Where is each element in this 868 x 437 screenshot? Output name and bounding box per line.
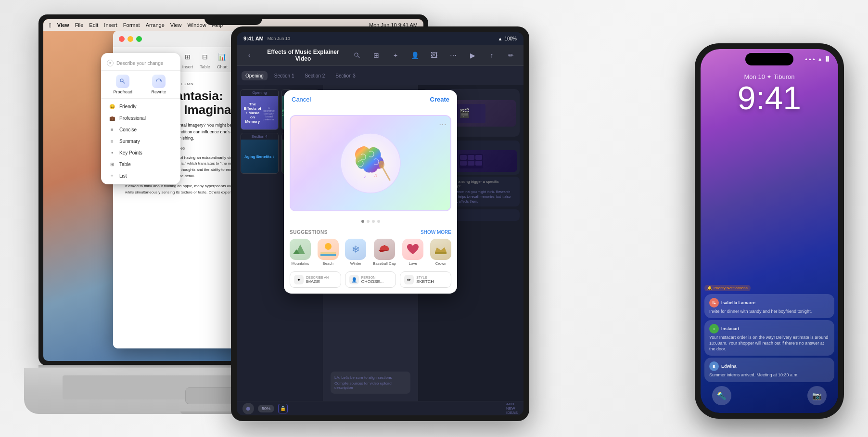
lock-time: 9:41 [738,81,801,114]
ipad-wifi-icon: ▲ [498,36,503,41]
toolbar-chart[interactable]: 📊 Chart [216,50,229,69]
iphone-status-right: ▲▲▲ ▲ ▐▌ [804,56,830,62]
wt-summary[interactable]: ≡ Summary [103,135,179,147]
wt-rewrite-option[interactable]: Rewrite [143,75,175,94]
menu-pages[interactable]: View [57,22,69,28]
friendly-label: Friendly [119,104,137,109]
keynote-share-button[interactable]: ↑ [485,49,498,62]
notif-instacart-name: Instacart [721,326,740,331]
maximize-button[interactable] [136,36,142,42]
option-person-text: PERSON CHOOSE... [361,276,384,284]
menu-format[interactable]: Format [123,22,140,28]
ipad-date: Mon Jun 10 [268,36,290,41]
minimize-button[interactable] [128,36,133,42]
wt-proofread-option[interactable]: Proofread [107,75,139,94]
camera-icon[interactable]: 📷 [807,386,827,405]
person-icon: 👤 [349,275,359,284]
dialog-image-preview: ⋯ [290,115,451,211]
dot-3 [372,220,375,223]
wt-concise[interactable]: ≡ Concise [103,124,179,135]
keynote-main: Opening The Effects of ♪ Music on Memory… [237,85,523,401]
svg-rect-15 [384,245,385,247]
option-describe-image[interactable]: ✦ DESCRIBE AN IMAGE [290,271,341,288]
slide-thumb-opening[interactable]: Opening The Effects of ♪ Music on Memory… [241,89,279,130]
flashlight-icon[interactable]: 🔦 [712,386,731,405]
menu-insert[interactable]: Insert [104,22,117,28]
suggestion-love[interactable]: Love [402,239,423,266]
notification-isabella[interactable]: IL Isabella Lamarre Invite for dinner wi… [704,294,834,319]
option-style-text: STYLE SKETCH [416,276,434,284]
wt-professional[interactable]: 💼 Professional [103,112,179,124]
keynote-image-button[interactable]: 🖼 [427,49,441,62]
svg-line-3 [357,56,359,58]
keynote-search-button[interactable] [350,49,364,62]
keynote-add-button[interactable]: + [389,49,402,62]
menu-edit[interactable]: Edit [89,22,98,28]
menu-file[interactable]: File [75,22,84,28]
option-style[interactable]: ✏ STYLE SKETCH [400,271,451,288]
slide-tab-section2[interactable]: Section 2 [301,71,329,80]
toolbar-table[interactable]: ⊟ Table [198,50,212,69]
baseball-cap-label: Baseball Cap [373,261,396,266]
keynote-grid-button[interactable]: ⊞ [370,49,383,62]
suggestion-winter[interactable]: ❄ Winter [345,239,366,266]
notif-isabella-avatar: IL [709,298,719,308]
show-more-button[interactable]: SHOW MORE [421,230,451,235]
svg-rect-24 [460,161,467,166]
professional-label: Professional [119,116,146,121]
table-icon[interactable]: ⊟ [198,50,212,64]
keynote-content-area: Cancel Create ⋯ [323,85,418,401]
notification-edwina[interactable]: E Edwina Summer interns arrived. Meeting… [704,358,834,382]
keynote-edit-button[interactable]: ✏ [504,49,518,62]
close-button[interactable] [119,36,125,42]
wt-list[interactable]: ≡ List [103,170,179,181]
zoom-lock-button[interactable]: 🔒 [278,404,288,413]
slide-thumb-section4[interactable]: Section 4 Aging Benefits ♪ [241,133,279,174]
friendly-icon: 😊 [109,103,115,110]
add-image-dialog: Cancel Create ⋯ [284,90,457,294]
toolbar-insert[interactable]: ⊞ Insert [181,50,194,69]
suggestion-baseball-cap[interactable]: Baseball Cap [373,239,396,266]
svg-text:♪: ♪ [363,173,366,180]
insert-icon[interactable]: ⊞ [181,50,194,64]
keynote-play-button[interactable]: ▶ [466,49,479,62]
describe-value: IMAGE [306,279,329,284]
record-button[interactable]: ⏺ [243,403,254,414]
menu-view[interactable]: View [170,22,182,28]
slide-tab-section3[interactable]: Section 3 [332,71,359,80]
mountains-label: Mountains [292,261,309,266]
chart-icon[interactable]: 📊 [216,50,229,64]
wt-friendly[interactable]: 😊 Friendly [103,101,179,112]
ipad-time: 9:41 AM [243,36,264,41]
concise-icon: ≡ [109,126,115,133]
slide-tab-opening[interactable]: Opening [242,71,268,80]
dialog-more-icon[interactable]: ⋯ [439,120,447,129]
dialog-cancel-button[interactable]: Cancel [292,96,311,103]
svg-rect-26 [475,161,482,166]
wt-table[interactable]: ⊞ Table [103,158,179,170]
wt-keypoints[interactable]: • Key Points [103,147,179,158]
ipad-bottom-toolbar: ⏺ 50% 🔒 ADDNEWIDEAS [237,401,523,415]
notif-instacart-avatar: I [709,324,719,334]
slide-tab-section1[interactable]: Section 1 [270,71,298,80]
option-person[interactable]: 👤 PERSON CHOOSE... [345,271,396,288]
person-label: PERSON [361,276,384,279]
insert-label: Insert [182,64,193,69]
iphone-signal-icon: ▲▲▲ [804,57,816,61]
suggestion-mountains[interactable]: Mountains [290,239,311,266]
iphone-screen: ▲▲▲ ▲ ▐▌ Mon 10 ✦ Tiburon 9:41 🔔 Pr [701,49,838,413]
menu-arrange[interactable]: Arrange [146,22,165,28]
keynote-app: ‹ Effects of Music Explainer Video ⊞ + [237,45,523,415]
dot-2 [367,220,370,223]
menu-items: View File Edit Insert Format Arrange Vie… [57,22,223,28]
notification-instacart[interactable]: I Instacart Your Instacart order is on t… [704,320,834,356]
suggestion-crown[interactable]: Crown [430,239,451,266]
suggestion-beach[interactable]: Beach [318,239,339,266]
nav-back-button[interactable]: ‹ [243,49,256,62]
keynote-more-button[interactable]: ⋯ [447,49,460,62]
priority-label: Priority Notifications [714,286,748,290]
zoom-indicator[interactable]: 50% [258,405,274,412]
keynote-person-button[interactable]: 👤 [408,49,421,62]
dialog-create-button[interactable]: Create [430,96,449,103]
menu-window[interactable]: Window [187,22,206,28]
